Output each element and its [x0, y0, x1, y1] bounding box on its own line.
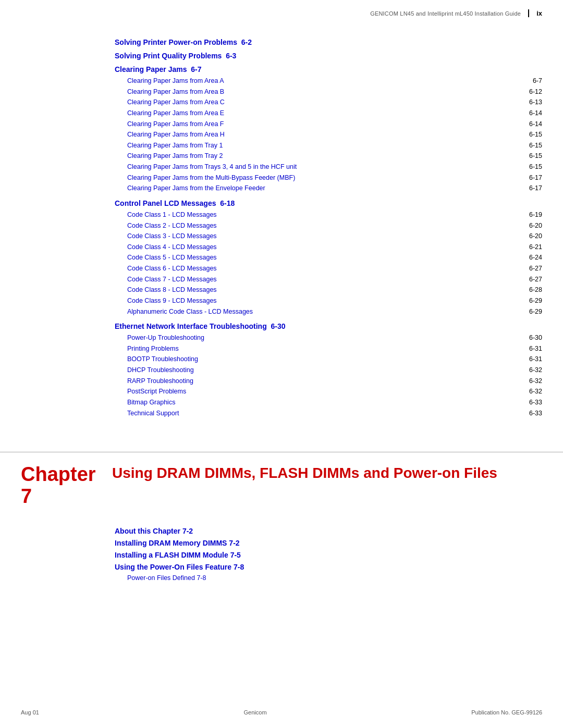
sub-item-page: 6-14	[529, 108, 542, 119]
sub-item-page: 6-32	[529, 386, 542, 397]
ethernet-subitems: Power-Up Troubleshooting6-30Printing Pro…	[127, 332, 542, 418]
list-item[interactable]: Code Class 6 - LCD Messages6-27	[127, 263, 542, 274]
sub-item-page: 6-27	[529, 274, 542, 285]
list-item[interactable]: Code Class 5 - LCD Messages6-24	[127, 252, 542, 263]
sub-item-page: 6-7	[533, 76, 542, 87]
sub-item-page: 6-24	[529, 252, 542, 263]
list-item[interactable]: Code Class 3 - LCD Messages6-20	[127, 231, 542, 242]
sub-item-page: 6-15	[529, 129, 542, 140]
list-item[interactable]: Clearing Paper Jams from Area A6-7	[127, 76, 542, 87]
sub-item-label: Code Class 6 - LCD Messages	[127, 263, 217, 274]
page-container: GENICOM LN45 and Intelliprint mL450 Inst…	[0, 0, 563, 728]
sub-item-label: Code Class 7 - LCD Messages	[127, 274, 217, 285]
sub-item-label: Code Class 5 - LCD Messages	[127, 252, 217, 263]
list-item[interactable]: DHCP Troubleshooting6-32	[127, 365, 542, 376]
sub-item-label: Code Class 2 - LCD Messages	[127, 220, 217, 231]
footer-right: Publication No. GEG-99126	[471, 709, 542, 715]
sub-item-label: Technical Support	[127, 408, 179, 419]
sub-item-label: Clearing Paper Jams from Area A	[127, 76, 224, 87]
list-item[interactable]: Technical Support6-33	[127, 408, 542, 419]
sub-item-page: 6-32	[529, 376, 542, 387]
clearing-jams-subitems: Clearing Paper Jams from Area A6-7Cleari…	[127, 76, 542, 194]
sub-item-page: 6-27	[529, 263, 542, 274]
sub-item-page: 6-31	[529, 354, 542, 365]
list-item[interactable]: Clearing Paper Jams from Tray 26-15	[127, 151, 542, 162]
section-clearing-jams[interactable]: Clearing Paper Jams 6-7	[115, 65, 542, 73]
sub-item-label: RARP Troubleshooting	[127, 376, 193, 387]
list-item[interactable]: Clearing Paper Jams from Area C6-13	[127, 97, 542, 108]
list-item[interactable]: Clearing Paper Jams from the Multi-Bypas…	[127, 172, 542, 183]
list-item[interactable]: Power-Up Troubleshooting6-30	[127, 332, 542, 343]
sub-item-label: Printing Problems	[127, 343, 179, 354]
ch7-section-heading[interactable]: Using the Power-On Files Feature 7-8	[115, 563, 542, 571]
footer-center: Genicom	[244, 709, 267, 715]
sub-item-page: 6-33	[529, 397, 542, 408]
chapter-label-col: Chapter 7	[21, 464, 112, 508]
sub-item-label: Code Class 8 - LCD Messages	[127, 285, 217, 295]
list-item[interactable]: Clearing Paper Jams from the Envelope Fe…	[127, 183, 542, 194]
sub-item-page: 6-17	[529, 172, 542, 183]
sub-item-label: Clearing Paper Jams from the Multi-Bypas…	[127, 172, 295, 183]
list-item[interactable]: PostScript Problems6-32	[127, 386, 542, 397]
sub-item-label: DHCP Troubleshooting	[127, 365, 194, 376]
ch7-sub-item[interactable]: Power-on Files Defined 7-8	[127, 573, 542, 584]
sub-item-label: Code Class 9 - LCD Messages	[127, 295, 217, 306]
list-item[interactable]: Code Class 7 - LCD Messages6-27	[127, 274, 542, 285]
sub-item-label: Clearing Paper Jams from Area E	[127, 108, 224, 119]
sub-item-label: Code Class 1 - LCD Messages	[127, 209, 217, 220]
control-panel-subitems: Code Class 1 - LCD Messages6-19Code Clas…	[127, 209, 542, 317]
list-item[interactable]: Clearing Paper Jams from Tray 16-15	[127, 140, 542, 151]
list-item[interactable]: Clearing Paper Jams from Trays 3, 4 and …	[127, 162, 542, 172]
sub-item-page: 6-33	[529, 408, 542, 419]
list-item[interactable]: Bitmap Graphics6-33	[127, 397, 542, 408]
sub-item-page: 6-14	[529, 119, 542, 130]
sub-item-label: Clearing Paper Jams from Area F	[127, 119, 224, 130]
ch7-section-heading[interactable]: Installing a FLASH DIMM Module 7-5	[115, 551, 542, 559]
sub-item-page: 6-20	[529, 220, 542, 231]
list-item[interactable]: Clearing Paper Jams from Area F6-14	[127, 119, 542, 130]
sub-item-page: 6-13	[529, 97, 542, 108]
sub-item-page: 6-15	[529, 140, 542, 151]
sub-item-page: 6-32	[529, 365, 542, 376]
section-ethernet[interactable]: Ethernet Network Interface Troubleshooti…	[115, 322, 542, 330]
list-item[interactable]: Clearing Paper Jams from Area B6-12	[127, 87, 542, 97]
list-item[interactable]: RARP Troubleshooting6-32	[127, 376, 542, 387]
sub-item-label: Clearing Paper Jams from Trays 3, 4 and …	[127, 162, 297, 172]
list-item[interactable]: Clearing Paper Jams from Area H6-15	[127, 129, 542, 140]
sub-item-label: Alphanumeric Code Class - LCD Messages	[127, 306, 253, 317]
list-item[interactable]: BOOTP Troubleshooting6-31	[127, 354, 542, 365]
sub-item-page: 6-21	[529, 242, 542, 253]
section-solving-quality[interactable]: Solving Print Quality Problems 6-3	[115, 52, 542, 60]
chapter7-title: Using DRAM DIMMs, FLASH DIMMs and Power-…	[112, 464, 542, 482]
toc-content: Solving Printer Power-on Problems 6-2 So…	[0, 22, 563, 437]
list-item[interactable]: Clearing Paper Jams from Area E6-14	[127, 108, 542, 119]
sub-item-label: Clearing Paper Jams from Tray 1	[127, 140, 223, 151]
sub-item-label: Bitmap Graphics	[127, 397, 175, 408]
list-item[interactable]: Code Class 8 - LCD Messages6-28	[127, 285, 542, 295]
sub-item-page: 6-19	[529, 209, 542, 220]
sub-item-page: 6-29	[529, 306, 542, 317]
list-item[interactable]: Printing Problems6-31	[127, 343, 542, 354]
sub-item-page: 6-12	[529, 87, 542, 97]
sub-item-label: Code Class 3 - LCD Messages	[127, 231, 217, 242]
chapter-title-col: Using DRAM DIMMs, FLASH DIMMs and Power-…	[112, 464, 542, 482]
ch7-section-heading[interactable]: Installing DRAM Memory DIMMS 7-2	[115, 539, 542, 547]
list-item[interactable]: Code Class 9 - LCD Messages6-29	[127, 295, 542, 306]
list-item[interactable]: Alphanumeric Code Class - LCD Messages6-…	[127, 306, 542, 317]
ch7-section-heading[interactable]: About this Chapter 7-2	[115, 527, 542, 535]
chapter-word: Chapter 7	[21, 464, 107, 508]
footer-left: Aug 01	[21, 709, 39, 715]
list-item[interactable]: Code Class 2 - LCD Messages6-20	[127, 220, 542, 231]
list-item[interactable]: Code Class 1 - LCD Messages6-19	[127, 209, 542, 220]
sub-item-page: 6-31	[529, 343, 542, 354]
sub-item-page: 6-29	[529, 295, 542, 306]
sub-item-label: PostScript Problems	[127, 386, 186, 397]
sub-item-page: 6-17	[529, 183, 542, 194]
section-solving-power[interactable]: Solving Printer Power-on Problems 6-2	[115, 38, 542, 46]
section-control-panel[interactable]: Control Panel LCD Messages 6-18	[115, 199, 542, 207]
list-item[interactable]: Code Class 4 - LCD Messages6-21	[127, 242, 542, 253]
sub-item-page: 6-15	[529, 151, 542, 162]
sub-item-label: Clearing Paper Jams from Area H	[127, 129, 225, 140]
page-header: GENICOM LN45 and Intelliprint mL450 Inst…	[0, 0, 563, 22]
header-page-num: ix	[528, 9, 542, 17]
